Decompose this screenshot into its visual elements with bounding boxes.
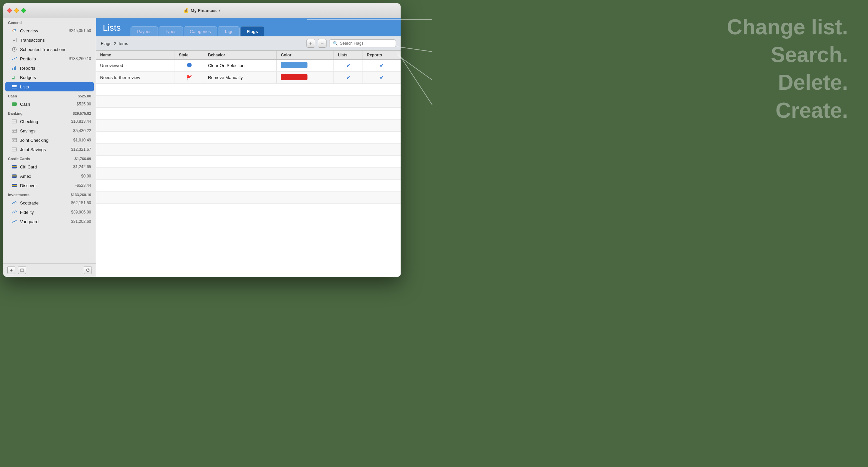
- hint-search: Search.: [727, 41, 848, 69]
- investments-section-header: Investments $133,260.10: [3, 190, 96, 198]
- discover-icon: [11, 182, 18, 189]
- svg-rect-17: [12, 88, 17, 89]
- table-row-empty: [96, 192, 401, 204]
- delete-flag-button[interactable]: −: [318, 39, 327, 48]
- flag-style-needs-review: 🚩: [175, 72, 204, 84]
- sidebar-item-portfolio[interactable]: Portfolio $133,260.10: [3, 54, 96, 63]
- flag-red-icon: 🚩: [186, 75, 192, 80]
- search-box: 🔍: [329, 39, 396, 47]
- tab-categories[interactable]: Categories: [184, 26, 217, 36]
- svg-line-41: [397, 52, 432, 105]
- sidebar-item-cash[interactable]: Cash $525.00: [3, 99, 96, 109]
- titlebar: 💰 My Finances ▾: [3, 3, 401, 18]
- search-input[interactable]: [340, 41, 392, 46]
- table-row-empty: [96, 168, 401, 180]
- svg-rect-4: [13, 40, 15, 41]
- table-row-empty: [96, 156, 401, 168]
- svg-rect-21: [12, 129, 17, 132]
- toolbar: Flags: 2 Items + − 🔍: [96, 36, 401, 51]
- tab-types[interactable]: Types: [159, 26, 183, 36]
- svg-line-40: [397, 55, 432, 80]
- sidebar-item-scheduled[interactable]: Scheduled Transactions: [3, 45, 96, 54]
- sidebar-item-overview[interactable]: Overview $245,351.50: [3, 26, 96, 35]
- svg-line-8: [14, 49, 16, 50]
- add-flag-button[interactable]: +: [307, 39, 315, 48]
- sidebar-item-citi[interactable]: Citi Card -$1,242.65: [3, 162, 96, 171]
- joint-savings-icon: [11, 146, 18, 153]
- sidebar-item-lists[interactable]: Lists: [5, 82, 94, 91]
- sidebar-item-budgets[interactable]: Budgets: [3, 73, 96, 82]
- svg-rect-13: [14, 76, 16, 79]
- amex-icon: [11, 173, 18, 179]
- check-reports-needs-review-icon: ✔: [380, 75, 384, 80]
- sidebar-footer: +: [3, 263, 96, 277]
- general-section-header: General: [3, 18, 96, 26]
- table-row-empty: [96, 108, 401, 120]
- savings-icon: [11, 128, 18, 134]
- svg-rect-11: [15, 66, 16, 70]
- hint-create: Create.: [727, 97, 848, 125]
- check-reports-unreviewed-icon: ✔: [380, 63, 384, 68]
- sidebar-item-joint-checking[interactable]: Joint Checking $1,010.49: [3, 135, 96, 145]
- sidebar-item-transactions[interactable]: Transactions: [3, 35, 96, 45]
- sidebar-item-fidelity[interactable]: Fidelity $39,906.00: [3, 207, 96, 217]
- vanguard-icon: [11, 219, 18, 225]
- refresh-button[interactable]: [84, 266, 92, 274]
- table-row-empty: [96, 96, 401, 108]
- svg-rect-14: [16, 75, 17, 79]
- maximize-button[interactable]: [21, 8, 26, 13]
- sidebar-item-scottrade[interactable]: Scottrade $62,151.50: [3, 198, 96, 207]
- table-row-empty: [96, 132, 401, 144]
- col-header-name[interactable]: Name: [96, 51, 175, 60]
- hint-delete: Delete.: [727, 69, 848, 96]
- joint-checking-icon: [11, 137, 18, 143]
- svg-rect-23: [13, 131, 14, 132]
- tab-payees[interactable]: Payees: [130, 26, 158, 36]
- check-lists-unreviewed-icon: ✔: [346, 63, 350, 68]
- col-header-lists[interactable]: Lists: [334, 51, 363, 60]
- flag-name-unreviewed: Unreviewed: [96, 60, 175, 72]
- window-title: 💰 My Finances ▾: [183, 8, 221, 13]
- svg-rect-15: [12, 85, 17, 86]
- svg-rect-12: [12, 78, 14, 79]
- sidebar-item-reports[interactable]: Reports: [3, 63, 96, 73]
- flags-table: Name Style Behavior Color Lists Reports …: [96, 51, 401, 204]
- table-header-row: Name Style Behavior Color Lists Reports: [96, 51, 401, 60]
- col-header-behavior[interactable]: Behavior: [204, 51, 277, 60]
- svg-rect-3: [13, 40, 14, 40]
- svg-rect-26: [13, 140, 14, 141]
- cash-section-header: Cash $525.00: [3, 91, 96, 99]
- col-header-style[interactable]: Style: [175, 51, 204, 60]
- sidebar-item-joint-savings[interactable]: Joint Savings $12,321.67: [3, 145, 96, 154]
- flags-count: Flags: 2 Items: [101, 41, 304, 46]
- tab-tags[interactable]: Tags: [218, 26, 239, 36]
- col-header-reports[interactable]: Reports: [363, 51, 401, 60]
- flag-style-unreviewed: [175, 60, 204, 72]
- table-row[interactable]: Unreviewed Clear On Selection ✔: [96, 60, 401, 72]
- sidebar-item-vanguard[interactable]: Vanguard $31,202.60: [3, 217, 96, 226]
- check-lists-needs-review-icon: ✔: [346, 75, 350, 80]
- tab-bar: Payees Types Categories Tags Flags: [130, 26, 264, 36]
- col-header-color[interactable]: Color: [277, 51, 334, 60]
- close-button[interactable]: [7, 8, 12, 13]
- minimize-button[interactable]: [14, 8, 19, 13]
- svg-rect-35: [12, 185, 17, 186]
- flag-color-needs-review: [277, 72, 334, 84]
- table-row[interactable]: Needs further review 🚩 Remove Manually ✔: [96, 72, 401, 84]
- svg-rect-36: [20, 269, 24, 271]
- flag-behavior-needs-review: Remove Manually: [204, 72, 277, 84]
- sidebar-item-amex[interactable]: Amex $0.00: [3, 171, 96, 181]
- svg-line-39: [397, 47, 432, 52]
- svg-rect-20: [13, 122, 14, 123]
- chevron-down-icon[interactable]: ▾: [219, 8, 221, 13]
- add-account-button[interactable]: +: [7, 266, 16, 274]
- fidelity-icon: [11, 209, 18, 215]
- tab-flags[interactable]: Flags: [240, 26, 265, 36]
- svg-rect-31: [12, 166, 17, 167]
- sidebar-item-discover[interactable]: Discover -$523.44: [3, 181, 96, 190]
- sidebar-item-checking[interactable]: Checking $10,813.44: [3, 117, 96, 126]
- flag-color-unreviewed: [277, 60, 334, 72]
- sidebar-item-savings[interactable]: Savings $5,430.22: [3, 126, 96, 135]
- svg-point-0: [13, 30, 16, 32]
- edit-account-button[interactable]: [18, 266, 26, 274]
